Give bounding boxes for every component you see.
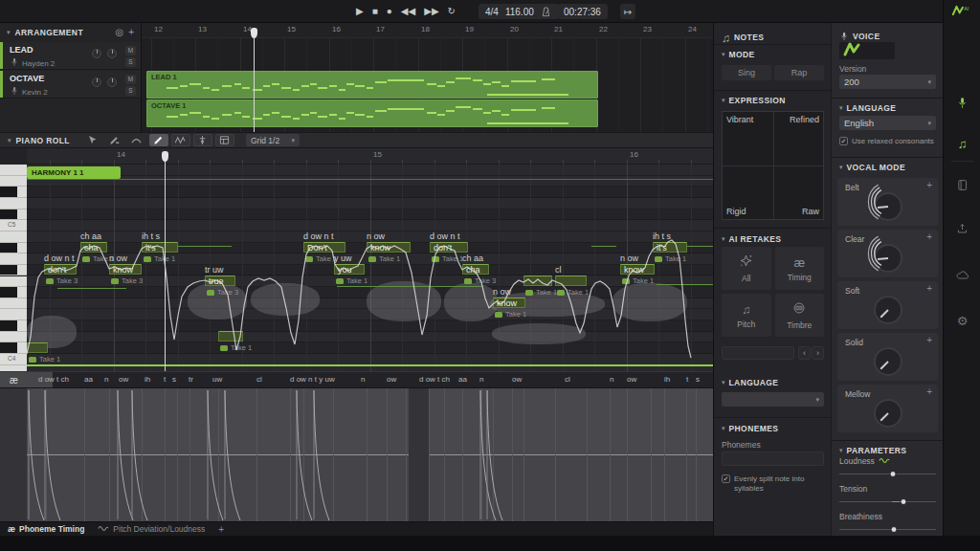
pointer-tool-button[interactable]: [83, 134, 102, 146]
phoneme-label[interactable]: ih: [664, 375, 670, 384]
chevron-down-icon[interactable]: ▾: [7, 29, 11, 36]
record-button[interactable]: ●: [387, 7, 392, 16]
piano-key[interactable]: [0, 209, 27, 221]
phonemes-input[interactable]: [722, 452, 824, 466]
mode-option-button[interactable]: Rap: [774, 65, 824, 80]
note-phonemes[interactable]: tr uw: [205, 265, 224, 275]
note-phonemes[interactable]: y uw: [334, 253, 352, 263]
phoneme-label[interactable]: d ow t ch: [419, 375, 450, 384]
playhead-marker[interactable]: [162, 151, 168, 162]
add-track-button[interactable]: +: [128, 28, 134, 37]
phoneme-label[interactable]: aa: [84, 375, 93, 384]
note-phonemes[interactable]: n ow: [109, 253, 127, 263]
gain-knob[interactable]: [107, 49, 117, 58]
take-label[interactable]: Take 1: [525, 288, 557, 297]
voice-language-dropdown[interactable]: English ▾: [839, 116, 936, 130]
solo-button[interactable]: S: [125, 57, 136, 67]
piano-key[interactable]: [0, 253, 27, 265]
add-vocal-mode-button[interactable]: +: [926, 283, 932, 294]
retake-button[interactable]: Timbre: [775, 294, 825, 337]
note[interactable]: know: [109, 264, 142, 275]
phoneme-timing-lane[interactable]: [0, 388, 713, 521]
phoneme-label[interactable]: ow: [119, 375, 128, 384]
chevron-down-icon[interactable]: ▾: [839, 104, 843, 112]
take-label[interactable]: Take 3: [46, 276, 78, 285]
retake-button[interactable]: ♫ Pitch: [722, 294, 771, 337]
phoneme-label[interactable]: t: [164, 375, 166, 384]
note-phonemes[interactable]: n ow: [367, 231, 385, 241]
piano-key[interactable]: C5: [0, 220, 27, 231]
tempo-signature-box[interactable]: 4/4 116.00: [479, 4, 558, 19]
slider-handle[interactable]: [890, 526, 897, 533]
note[interactable]: cha: [462, 264, 489, 275]
mode-option-button[interactable]: Sing: [722, 65, 771, 80]
record-mode-icon[interactable]: ◎: [115, 28, 123, 37]
note[interactable]: [555, 276, 587, 286]
chevron-down-icon[interactable]: ▾: [722, 235, 725, 243]
piano-roll-ruler[interactable]: 141516: [0, 148, 713, 165]
library-icon[interactable]: [944, 175, 980, 194]
note[interactable]: [218, 331, 243, 342]
take-label[interactable]: Take 3: [207, 288, 238, 297]
take-label[interactable]: Take 3: [111, 276, 143, 285]
add-vocal-mode-button[interactable]: +: [926, 335, 932, 345]
clip[interactable]: LEAD 1: [146, 71, 598, 99]
pitch-tool-button[interactable]: [193, 134, 212, 146]
note[interactable]: [27, 342, 48, 353]
parameter-slider[interactable]: [839, 529, 936, 530]
piano-key[interactable]: [0, 231, 27, 243]
note[interactable]: true: [205, 276, 235, 286]
piano-key[interactable]: [0, 198, 27, 209]
take-label[interactable]: Take 1: [336, 276, 368, 285]
phoneme-label[interactable]: ow: [387, 375, 396, 384]
note-phonemes[interactable]: ih t s: [653, 231, 671, 241]
mute-button[interactable]: M: [125, 75, 136, 84]
piano-key[interactable]: [0, 287, 27, 298]
split-syllables-checkbox[interactable]: ✓: [722, 474, 730, 483]
note[interactable]: know: [493, 298, 525, 308]
stop-button[interactable]: ■: [372, 7, 378, 16]
retake-button[interactable]: All: [722, 247, 771, 290]
piano-key[interactable]: [0, 298, 27, 310]
gain-knob[interactable]: [107, 77, 117, 87]
note-phonemes[interactable]: n ow: [493, 287, 511, 297]
play-button[interactable]: ▶: [356, 7, 364, 16]
retake-button[interactable]: æ Timing: [775, 247, 825, 290]
time-signature[interactable]: 4/4: [485, 7, 499, 17]
phoneme-label[interactable]: s: [696, 375, 700, 384]
add-vocal-mode-button[interactable]: +: [926, 231, 932, 242]
piano-roll[interactable]: don'td ow n tTake 3chach aaTake 3known o…: [0, 148, 713, 371]
phoneme-label[interactable]: d ow n t y uw: [290, 375, 335, 384]
retake-seed-input[interactable]: [722, 346, 794, 360]
version-dropdown[interactable]: 200 ▾: [839, 75, 936, 89]
forward-button[interactable]: ▶▶: [424, 7, 438, 16]
loop-button[interactable]: ↻: [448, 7, 456, 16]
take-label[interactable]: Take 1: [368, 254, 400, 263]
chevron-down-icon[interactable]: ▾: [839, 164, 843, 171]
piano-key[interactable]: [0, 187, 27, 198]
chevron-down-icon[interactable]: ▾: [722, 379, 725, 386]
curve-tool-button[interactable]: [127, 134, 146, 146]
pan-knob[interactable]: [92, 77, 101, 87]
note[interactable]: know: [367, 242, 411, 253]
timeline-ruler[interactable]: 12131415161718192021222324: [142, 23, 713, 38]
phoneme-label[interactable]: uw: [212, 375, 222, 384]
piano-key[interactable]: [0, 165, 27, 176]
piano-key[interactable]: [0, 365, 27, 371]
take-label[interactable]: Take 1: [29, 355, 60, 364]
vibrato-tool-button[interactable]: [171, 134, 190, 146]
phoneme-label[interactable]: t: [686, 375, 688, 384]
pencil-tool-button[interactable]: [149, 134, 168, 146]
take-label[interactable]: Take 1: [495, 310, 526, 319]
note-phonemes[interactable]: ih t s: [142, 231, 160, 241]
take-label[interactable]: Take 3: [464, 276, 496, 285]
parameter-slider[interactable]: [839, 474, 936, 474]
pan-knob[interactable]: [92, 49, 101, 58]
piano-key[interactable]: [0, 342, 27, 354]
take-label[interactable]: Take 1: [655, 254, 686, 263]
voice-avatar[interactable]: [839, 42, 895, 59]
note[interactable]: you: [334, 264, 365, 275]
phoneme-label[interactable]: ih: [145, 375, 150, 384]
slider-handle[interactable]: [900, 498, 906, 505]
track-row[interactable]: OCTAVE Kevin 2 M S: [0, 71, 141, 99]
